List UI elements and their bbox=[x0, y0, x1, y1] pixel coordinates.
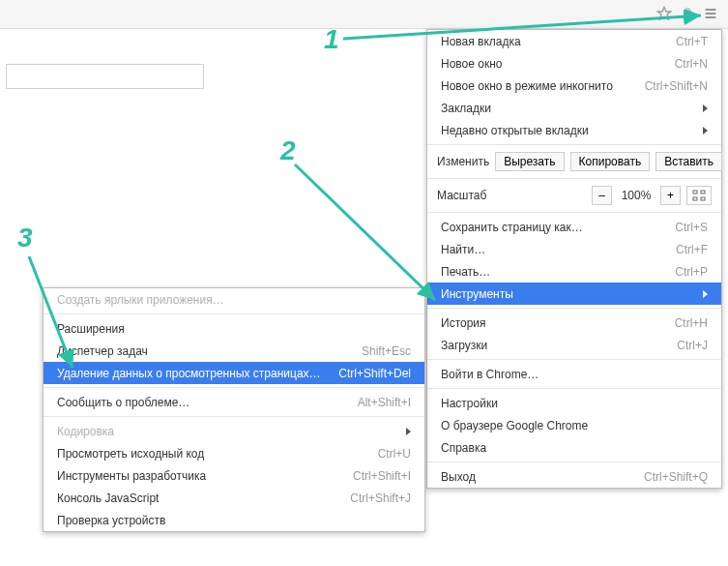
menu-about[interactable]: О браузере Google Chrome bbox=[427, 414, 721, 436]
submenu-clear-browsing-data[interactable]: Удаление данных о просмотренных страница… bbox=[44, 362, 424, 384]
menu-history[interactable]: История Ctrl+H bbox=[427, 312, 721, 334]
main-menu: Новая вкладка Ctrl+T Новое окно Ctrl+N Н… bbox=[426, 29, 722, 489]
submenu-view-source[interactable]: Просмотреть исходный код Ctrl+U bbox=[44, 442, 424, 464]
edit-label: Изменить bbox=[437, 155, 489, 168]
menu-shortcut: Ctrl+U bbox=[378, 447, 411, 461]
menu-separator bbox=[427, 359, 721, 360]
submenu-check-devices[interactable]: Проверка устройств bbox=[44, 509, 424, 531]
menu-label: Недавно открытые вкладки bbox=[441, 124, 589, 137]
menu-exit[interactable]: Выход Ctrl+Shift+Q bbox=[427, 465, 721, 488]
menu-shortcut: Ctrl+F bbox=[676, 243, 708, 256]
menu-shortcut: Alt+Shift+I bbox=[358, 396, 411, 409]
menu-settings[interactable]: Настройки bbox=[427, 392, 721, 414]
menu-label: Создать ярлыки приложения… bbox=[57, 293, 224, 307]
annotation-number-2: 2 bbox=[280, 135, 296, 166]
menu-label: Выход bbox=[441, 470, 476, 484]
menu-label: Проверка устройств bbox=[57, 514, 165, 527]
menu-label: Удаление данных о просмотренных страница… bbox=[57, 367, 321, 380]
menu-signin[interactable]: Войти в Chrome… bbox=[427, 363, 721, 385]
menu-label: Печать… bbox=[441, 265, 490, 279]
menu-separator bbox=[427, 388, 721, 389]
menu-label: Инструменты разработчика bbox=[57, 469, 206, 483]
zoom-out-button[interactable]: – bbox=[592, 186, 612, 205]
annotation-number-1: 1 bbox=[324, 24, 339, 55]
menu-label: Войти в Chrome… bbox=[441, 368, 539, 381]
hamburger-menu-icon[interactable] bbox=[701, 4, 720, 23]
menu-separator bbox=[427, 178, 721, 179]
menu-tools[interactable]: Инструменты bbox=[427, 283, 721, 305]
annotation-number-3: 3 bbox=[17, 223, 33, 253]
menu-separator bbox=[427, 212, 721, 213]
menu-zoom-row: Масштаб – 100% + bbox=[427, 182, 721, 209]
svg-rect-5 bbox=[693, 191, 697, 194]
menu-shortcut: Shift+Esc bbox=[362, 344, 411, 358]
menu-new-window[interactable]: Новое окно Ctrl+N bbox=[427, 52, 721, 74]
menu-label: Закладки bbox=[441, 102, 491, 115]
tools-submenu: Создать ярлыки приложения… Расширения Ди… bbox=[43, 287, 425, 532]
menu-separator bbox=[44, 387, 424, 388]
menu-bookmarks[interactable]: Закладки bbox=[427, 97, 721, 119]
user-icon[interactable] bbox=[678, 4, 697, 23]
menu-separator bbox=[427, 308, 721, 309]
menu-print[interactable]: Печать… Ctrl+P bbox=[427, 260, 721, 283]
fullscreen-button[interactable] bbox=[686, 186, 712, 205]
menu-label: Консоль JavaScript bbox=[57, 492, 159, 505]
menu-save-page[interactable]: Сохранить страницу как… Ctrl+S bbox=[427, 216, 721, 238]
copy-button[interactable]: Копировать bbox=[570, 152, 651, 171]
submenu-task-manager[interactable]: Диспетчер задач Shift+Esc bbox=[44, 340, 424, 362]
svg-rect-6 bbox=[701, 191, 705, 194]
menu-shortcut: Ctrl+P bbox=[675, 265, 708, 279]
zoom-in-button[interactable]: + bbox=[660, 186, 681, 205]
menu-shortcut: Ctrl+N bbox=[675, 57, 708, 71]
menu-shortcut: Ctrl+H bbox=[675, 316, 708, 330]
menu-label: Новая вкладка bbox=[441, 35, 521, 48]
menu-label: Найти… bbox=[441, 243, 485, 256]
menu-shortcut: Ctrl+Shift+N bbox=[645, 79, 708, 93]
menu-label: Настройки bbox=[441, 397, 498, 410]
submenu-report-issue[interactable]: Сообщить о проблеме… Alt+Shift+I bbox=[44, 391, 424, 413]
menu-edit-row: Изменить Вырезать Копировать Вставить bbox=[427, 148, 721, 175]
menu-label: Диспетчер задач bbox=[57, 344, 148, 358]
submenu-dev-tools[interactable]: Инструменты разработчика Ctrl+Shift+I bbox=[44, 464, 424, 487]
menu-label: Справка bbox=[441, 441, 486, 455]
menu-separator bbox=[427, 462, 721, 462]
menu-label: Расширения bbox=[57, 322, 125, 336]
menu-incognito[interactable]: Новое окно в режиме инкогнито Ctrl+Shift… bbox=[427, 74, 721, 97]
menu-label: Просмотреть исходный код bbox=[57, 447, 204, 461]
menu-recent-tabs[interactable]: Недавно открытые вкладки bbox=[427, 119, 721, 141]
zoom-value: 100% bbox=[618, 189, 655, 202]
menu-shortcut: Ctrl+J bbox=[677, 339, 708, 352]
menu-help[interactable]: Справка bbox=[427, 436, 721, 459]
svg-rect-7 bbox=[693, 197, 697, 200]
menu-find[interactable]: Найти… Ctrl+F bbox=[427, 238, 721, 260]
menu-label: Кодировка bbox=[57, 425, 114, 438]
menu-separator bbox=[44, 416, 424, 417]
cut-button[interactable]: Вырезать bbox=[495, 152, 564, 171]
browser-toolbar bbox=[0, 0, 728, 29]
menu-label: Новое окно в режиме инкогнито bbox=[441, 79, 613, 93]
menu-label: Сообщить о проблеме… bbox=[57, 396, 189, 409]
menu-label: История bbox=[441, 316, 486, 330]
floating-input-box bbox=[6, 64, 204, 89]
menu-label: Загрузки bbox=[441, 339, 487, 352]
svg-marker-0 bbox=[657, 7, 670, 19]
submenu-create-shortcuts: Создать ярлыки приложения… bbox=[44, 288, 424, 311]
menu-label: Сохранить страницу как… bbox=[441, 221, 583, 234]
menu-label: Инструменты bbox=[441, 287, 513, 301]
menu-label: Новое окно bbox=[441, 57, 503, 71]
submenu-encoding[interactable]: Кодировка bbox=[44, 420, 424, 442]
menu-downloads[interactable]: Загрузки Ctrl+J bbox=[427, 334, 721, 356]
submenu-js-console[interactable]: Консоль JavaScript Ctrl+Shift+J bbox=[44, 487, 424, 509]
menu-shortcut: Ctrl+T bbox=[676, 35, 708, 48]
zoom-label: Масштаб bbox=[437, 189, 486, 202]
menu-label: О браузере Google Chrome bbox=[441, 419, 588, 432]
menu-shortcut: Ctrl+S bbox=[675, 221, 708, 234]
menu-new-tab[interactable]: Новая вкладка Ctrl+T bbox=[427, 30, 721, 52]
menu-shortcut: Ctrl+Shift+Q bbox=[644, 470, 708, 484]
submenu-extensions[interactable]: Расширения bbox=[44, 317, 424, 340]
bookmark-star-icon[interactable] bbox=[655, 4, 674, 23]
menu-shortcut: Ctrl+Shift+J bbox=[350, 492, 411, 505]
svg-rect-8 bbox=[701, 197, 705, 200]
svg-point-1 bbox=[684, 9, 689, 14]
paste-button[interactable]: Вставить bbox=[655, 152, 722, 171]
